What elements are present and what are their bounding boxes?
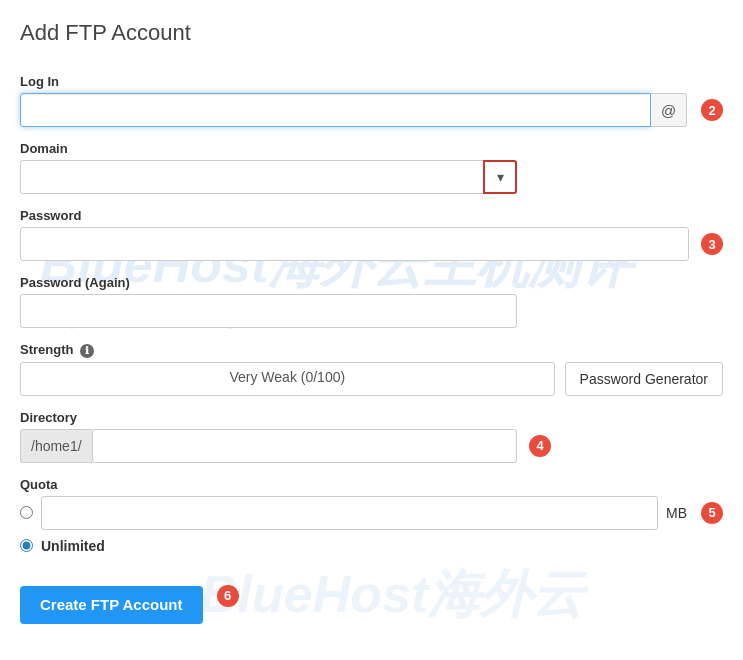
quota-mb-row: 2000 MB 5 xyxy=(20,496,723,530)
strength-row: Very Weak (0/100) Password Generator xyxy=(20,362,723,396)
password-group: Password 3 xyxy=(20,208,723,261)
unlimited-row: Unlimited xyxy=(20,538,723,554)
form-container: Add FTP Account Log In @ 2 Domain xyxy=(20,20,723,624)
badge-four: 4 xyxy=(529,435,551,457)
directory-label: Directory xyxy=(20,410,723,425)
directory-input[interactable] xyxy=(92,429,517,463)
strength-group: Strength ℹ Very Weak (0/100) Password Ge… xyxy=(20,342,723,396)
badge-two: 2 xyxy=(701,99,723,121)
quota-mb-radio[interactable] xyxy=(20,506,33,519)
unlimited-label: Unlimited xyxy=(41,538,105,554)
domain-label: Domain xyxy=(20,141,723,156)
at-symbol: @ xyxy=(651,93,687,127)
quota-unlimited-radio[interactable] xyxy=(20,539,33,552)
directory-group: Directory /home1/ 4 xyxy=(20,410,723,463)
password-input[interactable] xyxy=(20,227,689,261)
domain-select-wrapper xyxy=(20,160,517,194)
create-ftp-account-button[interactable]: Create FTP Account xyxy=(20,586,203,624)
page-title: Add FTP Account xyxy=(20,20,723,54)
badge-six: 6 xyxy=(217,585,239,607)
quota-mb-input[interactable]: 2000 xyxy=(41,496,658,530)
strength-label: Strength ℹ xyxy=(20,342,723,358)
login-label: Log In xyxy=(20,74,723,89)
password-again-group: Password (Again) xyxy=(20,275,723,328)
login-input[interactable] xyxy=(20,93,651,127)
domain-select[interactable] xyxy=(20,160,517,194)
quota-label: Quota xyxy=(20,477,723,492)
password-again-label: Password (Again) xyxy=(20,275,723,290)
strength-value: Very Weak (0/100) xyxy=(20,362,555,396)
login-group: Log In @ 2 xyxy=(20,74,723,127)
password-field-row: 3 xyxy=(20,227,723,261)
domain-group: Domain xyxy=(20,141,723,194)
mb-label: MB xyxy=(666,505,687,521)
badge-five: 5 xyxy=(701,502,723,524)
badge-three: 3 xyxy=(701,233,723,255)
password-generator-button[interactable]: Password Generator xyxy=(565,362,723,396)
password-again-input[interactable] xyxy=(20,294,517,328)
create-button-row: Create FTP Account 6 xyxy=(20,568,723,624)
quota-options: 2000 MB 5 Unlimited xyxy=(20,496,723,554)
info-icon[interactable]: ℹ xyxy=(80,344,94,358)
password-label: Password xyxy=(20,208,723,223)
directory-prefix: /home1/ xyxy=(20,429,92,463)
quota-group: Quota 2000 MB 5 Unlimited xyxy=(20,477,723,554)
